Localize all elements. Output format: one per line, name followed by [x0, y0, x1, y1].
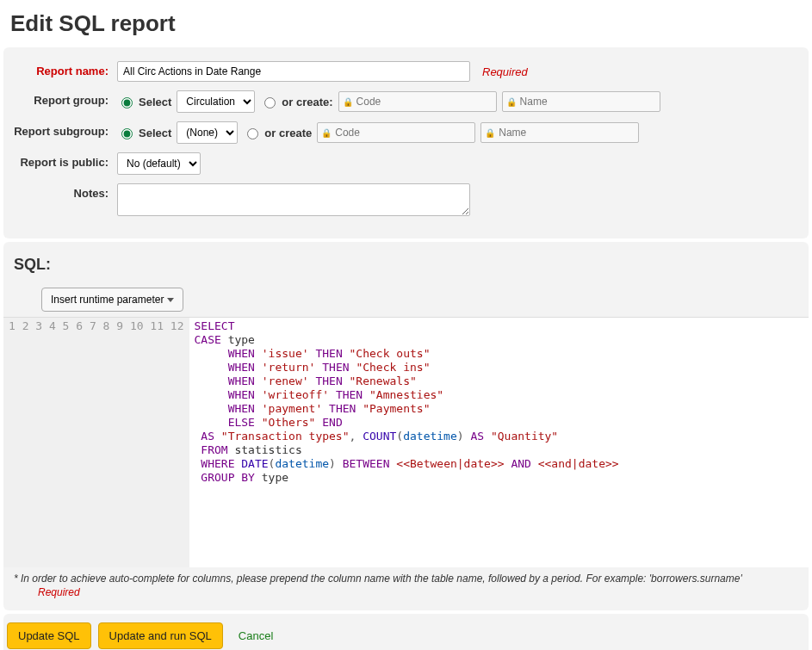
- sql-heading: SQL:: [14, 256, 798, 274]
- lock-icon: 🔒: [321, 128, 332, 138]
- report-public-label: Report is public:: [14, 152, 117, 169]
- sql-section: SQL: Insert runtime parameter 1 2 3 4 5 …: [3, 242, 809, 610]
- report-group-create-label: or create:: [282, 96, 332, 108]
- cancel-button[interactable]: Cancel: [230, 624, 282, 647]
- notes-label: Notes:: [14, 183, 117, 200]
- sql-required: Required: [38, 586, 798, 598]
- report-subgroup-select[interactable]: (None): [177, 121, 238, 144]
- lock-icon: 🔒: [506, 97, 517, 107]
- report-public-select[interactable]: No (default): [117, 152, 201, 175]
- sql-code[interactable]: SELECT CASE type WHEN 'issue' THEN "Chec…: [189, 318, 809, 567]
- insert-runtime-parameter-label: Insert runtime parameter: [51, 294, 164, 306]
- update-run-sql-button[interactable]: Update and run SQL: [98, 622, 223, 649]
- report-group-name-input[interactable]: [518, 94, 656, 109]
- report-group-create-radio[interactable]: [264, 97, 276, 108]
- insert-runtime-parameter-button[interactable]: Insert runtime parameter: [41, 288, 183, 312]
- report-group-name-wrap: 🔒: [502, 91, 660, 112]
- sql-editor[interactable]: 1 2 3 4 5 6 7 8 9 10 11 12 SELECT CASE t…: [3, 317, 809, 567]
- action-bar: Update SQL Update and run SQL Cancel: [3, 614, 809, 650]
- report-group-code-wrap: 🔒: [338, 91, 497, 112]
- report-group-select-label: Select: [139, 96, 171, 108]
- lock-icon: 🔒: [343, 97, 353, 107]
- report-subgroup-select-radio[interactable]: [121, 128, 133, 139]
- report-name-label: Report name:: [14, 61, 117, 77]
- report-subgroup-label: Report subgroup:: [14, 121, 117, 138]
- report-subgroup-select-label: Select: [139, 127, 171, 139]
- report-subgroup-code-input[interactable]: [333, 125, 471, 140]
- sql-hint: * In order to achieve auto-complete for …: [14, 573, 798, 585]
- report-group-select-radio[interactable]: [121, 97, 133, 108]
- chevron-down-icon: [167, 298, 174, 302]
- report-subgroup-code-wrap: 🔒: [317, 122, 475, 143]
- report-subgroup-create-radio[interactable]: [247, 128, 258, 139]
- report-subgroup-create-label: or create: [264, 127, 312, 139]
- page-title: Edit SQL report: [10, 10, 802, 37]
- report-group-code-input[interactable]: [355, 94, 493, 109]
- lock-icon: 🔒: [485, 128, 495, 138]
- report-subgroup-name-wrap: 🔒: [480, 122, 639, 143]
- line-gutter: 1 2 3 4 5 6 7 8 9 10 11 12: [3, 318, 189, 567]
- report-form: Report name: Required Report group: Sele…: [3, 47, 809, 238]
- report-group-select[interactable]: Circulation: [177, 90, 255, 113]
- report-subgroup-name-input[interactable]: [497, 125, 635, 140]
- update-sql-button[interactable]: Update SQL: [7, 622, 91, 649]
- notes-textarea[interactable]: [117, 183, 470, 216]
- report-group-label: Report group:: [14, 90, 117, 107]
- required-indicator: Required: [482, 65, 528, 78]
- report-name-input[interactable]: [117, 61, 470, 82]
